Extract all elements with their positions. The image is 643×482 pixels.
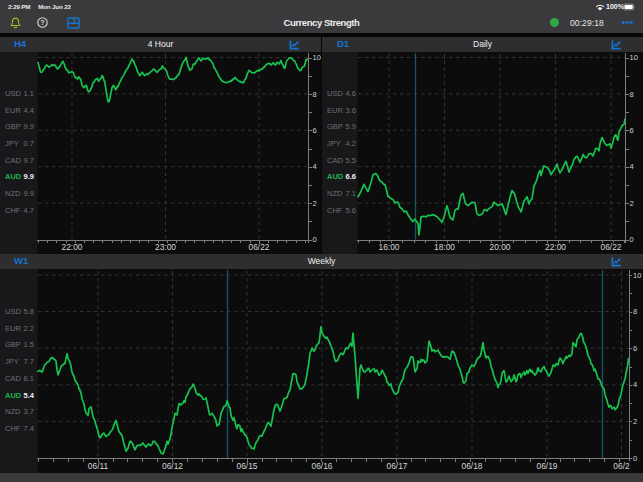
svg-text:CAD: CAD bbox=[5, 374, 21, 383]
svg-text:0: 0 bbox=[633, 454, 637, 463]
svg-text:10: 10 bbox=[630, 53, 638, 62]
svg-text:CHF: CHF bbox=[5, 424, 21, 433]
svg-text:10: 10 bbox=[313, 53, 321, 62]
svg-text:06/22: 06/22 bbox=[249, 242, 270, 252]
svg-text:5.8: 5.8 bbox=[24, 307, 34, 316]
svg-text:10: 10 bbox=[633, 271, 641, 280]
svg-text:06/12: 06/12 bbox=[162, 461, 183, 471]
svg-text:5.9: 5.9 bbox=[346, 122, 356, 131]
svg-text:CHF: CHF bbox=[327, 206, 343, 215]
svg-text:0.7: 0.7 bbox=[24, 139, 34, 148]
svg-text:06/19: 06/19 bbox=[537, 461, 558, 471]
svg-text:2: 2 bbox=[630, 199, 634, 208]
svg-text:06/11: 06/11 bbox=[88, 461, 109, 471]
svg-text:1.5: 1.5 bbox=[24, 340, 34, 349]
svg-text:JPY: JPY bbox=[327, 139, 341, 148]
svg-text:06/22: 06/22 bbox=[601, 242, 622, 252]
svg-text:06/17: 06/17 bbox=[387, 461, 408, 471]
svg-text:USD: USD bbox=[5, 89, 21, 98]
svg-text:9.7: 9.7 bbox=[24, 156, 34, 165]
svg-text:6: 6 bbox=[313, 126, 317, 135]
svg-text:4: 4 bbox=[633, 380, 637, 389]
svg-text:AUD: AUD bbox=[5, 172, 22, 181]
svg-text:GBP: GBP bbox=[5, 340, 21, 349]
svg-text:4.2: 4.2 bbox=[346, 139, 356, 148]
svg-text:06/18: 06/18 bbox=[462, 461, 483, 471]
svg-text:CHF: CHF bbox=[5, 206, 21, 215]
svg-text:4.7: 4.7 bbox=[24, 206, 34, 215]
svg-text:2: 2 bbox=[633, 417, 637, 426]
svg-text:1.1: 1.1 bbox=[24, 89, 34, 98]
svg-text:9.9: 9.9 bbox=[24, 122, 34, 131]
svg-text:9.9: 9.9 bbox=[24, 172, 34, 181]
svg-text:GBP: GBP bbox=[5, 122, 21, 131]
svg-text:4.4: 4.4 bbox=[24, 106, 34, 115]
svg-text:EUR: EUR bbox=[5, 324, 21, 333]
svg-text:2: 2 bbox=[313, 199, 317, 208]
svg-text:3.7: 3.7 bbox=[24, 407, 34, 416]
svg-text:GBP: GBP bbox=[327, 122, 343, 131]
svg-text:22:00: 22:00 bbox=[545, 242, 566, 252]
svg-text:8: 8 bbox=[313, 90, 317, 99]
svg-text:3.6: 3.6 bbox=[346, 106, 356, 115]
svg-text:NZD: NZD bbox=[327, 189, 343, 198]
svg-text:18:00: 18:00 bbox=[434, 242, 455, 252]
svg-text:4: 4 bbox=[313, 162, 317, 171]
svg-text:7.1: 7.1 bbox=[346, 189, 356, 198]
svg-text:CAD: CAD bbox=[327, 156, 343, 165]
svg-text:EUR: EUR bbox=[5, 106, 21, 115]
svg-text:JPY: JPY bbox=[5, 357, 19, 366]
svg-text:8: 8 bbox=[630, 90, 634, 99]
svg-text:7.4: 7.4 bbox=[24, 424, 34, 433]
svg-text:2.2: 2.2 bbox=[24, 324, 34, 333]
svg-text:06/16: 06/16 bbox=[312, 461, 333, 471]
svg-text:CAD: CAD bbox=[5, 156, 21, 165]
svg-text:0: 0 bbox=[313, 235, 317, 244]
svg-text:USD: USD bbox=[327, 89, 343, 98]
svg-text:6.1: 6.1 bbox=[24, 374, 34, 383]
svg-text:5.5: 5.5 bbox=[346, 156, 356, 165]
svg-text:EUR: EUR bbox=[327, 106, 343, 115]
svg-text:4: 4 bbox=[630, 162, 634, 171]
svg-text:NZD: NZD bbox=[5, 407, 21, 416]
svg-text:6: 6 bbox=[633, 344, 637, 353]
svg-text:JPY: JPY bbox=[5, 139, 19, 148]
svg-text:16:00: 16:00 bbox=[379, 242, 400, 252]
svg-text:USD: USD bbox=[5, 307, 21, 316]
svg-text:06/2: 06/2 bbox=[613, 461, 630, 471]
svg-text:8: 8 bbox=[633, 307, 637, 316]
svg-text:5.4: 5.4 bbox=[24, 391, 35, 400]
svg-text:4.6: 4.6 bbox=[346, 89, 356, 98]
svg-text:5.6: 5.6 bbox=[346, 206, 356, 215]
svg-text:0: 0 bbox=[630, 235, 634, 244]
svg-text:6: 6 bbox=[630, 126, 634, 135]
svg-text:7.7: 7.7 bbox=[24, 357, 34, 366]
svg-text:20:00: 20:00 bbox=[490, 242, 511, 252]
svg-text:NZD: NZD bbox=[5, 189, 21, 198]
svg-text:AUD: AUD bbox=[5, 391, 22, 400]
svg-text:9.9: 9.9 bbox=[24, 189, 34, 198]
svg-text:06/15: 06/15 bbox=[237, 461, 258, 471]
svg-text:6.6: 6.6 bbox=[346, 172, 356, 181]
svg-text:AUD: AUD bbox=[327, 172, 344, 181]
svg-text:23:00: 23:00 bbox=[155, 242, 176, 252]
svg-text:22:00: 22:00 bbox=[62, 242, 83, 252]
